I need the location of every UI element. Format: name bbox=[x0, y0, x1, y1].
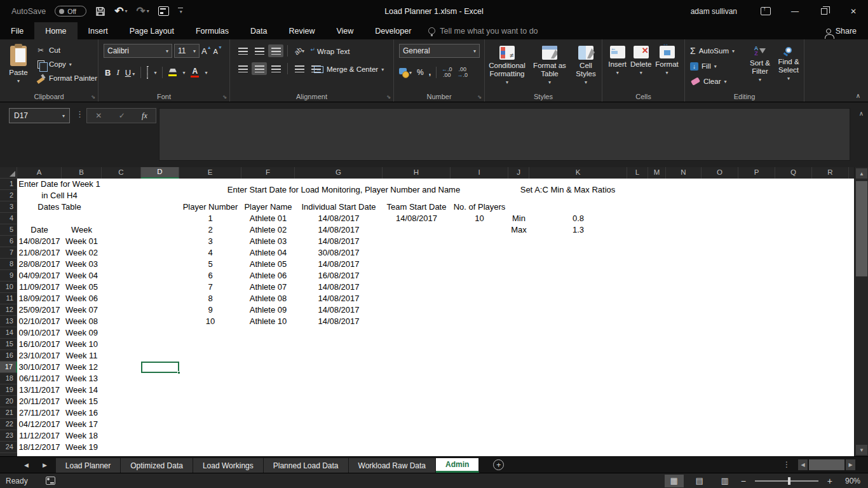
cell-B23[interactable]: Week 18 bbox=[62, 430, 102, 442]
customize-quick-access-toolbar-button[interactable]: ▾ bbox=[178, 8, 183, 15]
cell-I3[interactable]: No. of Players bbox=[451, 201, 508, 213]
cell-B22[interactable]: Week 17 bbox=[62, 419, 102, 430]
cell-B17[interactable]: Week 12 bbox=[62, 362, 102, 373]
column-header-J[interactable]: J bbox=[508, 167, 529, 179]
cell-E5[interactable]: 2 bbox=[179, 224, 241, 236]
row-header-13[interactable]: 13 bbox=[0, 316, 17, 327]
row-header-12[interactable]: 12 bbox=[0, 304, 17, 316]
underline-button[interactable]: U ▾ bbox=[125, 67, 135, 78]
ribbon-tab-data[interactable]: Data bbox=[240, 22, 278, 39]
borders-button[interactable] bbox=[147, 67, 148, 78]
ribbon-tab-review[interactable]: Review bbox=[278, 22, 325, 39]
zoom-slider-handle[interactable] bbox=[788, 477, 790, 485]
merge-center-button[interactable]: ↔ Merge & Center ▾ bbox=[314, 62, 384, 76]
cell-G8[interactable]: 14/08/2017 bbox=[295, 259, 383, 270]
cell-A3[interactable]: Dates Table bbox=[17, 201, 102, 213]
cell-F9[interactable]: Athlete 06 bbox=[241, 270, 295, 281]
row-header-17[interactable]: 17 bbox=[0, 362, 17, 373]
cell-B18[interactable]: Week 13 bbox=[62, 373, 102, 384]
accessibility-icon[interactable] bbox=[46, 477, 55, 485]
cell-B14[interactable]: Week 09 bbox=[62, 327, 102, 339]
cell-A8[interactable]: 28/08/2017 bbox=[17, 259, 62, 270]
cell-A5[interactable]: Date bbox=[17, 224, 62, 236]
cell-G7[interactable]: 30/08/2017 bbox=[295, 247, 383, 259]
bold-button[interactable]: B bbox=[105, 68, 111, 78]
cell-E7[interactable]: 4 bbox=[179, 247, 241, 259]
cell-K5[interactable]: 1.3 bbox=[529, 224, 627, 236]
font-size-select[interactable]: 11▾ bbox=[174, 44, 200, 58]
cell-A12[interactable]: 25/09/2017 bbox=[17, 304, 62, 316]
cell-E3[interactable]: Player Number bbox=[179, 201, 241, 213]
clear-button[interactable]: Clear▾ bbox=[690, 74, 735, 88]
cell-G3[interactable]: Individual Start Date bbox=[295, 201, 383, 213]
cell-B6[interactable]: Week 01 bbox=[62, 236, 102, 247]
cut-button[interactable]: ✂Cut bbox=[36, 43, 97, 57]
cell-E11[interactable]: 8 bbox=[179, 293, 241, 304]
sort-filter-button[interactable]: AZ Sort & Filter▾ bbox=[746, 43, 774, 84]
cell-A16[interactable]: 23/10/2017 bbox=[17, 350, 62, 362]
cell-F12[interactable]: Athlete 09 bbox=[241, 304, 295, 316]
copy-button[interactable]: Copy▾ bbox=[36, 57, 97, 71]
cell-A17[interactable]: 30/10/2017 bbox=[17, 362, 62, 373]
cell-A13[interactable]: 02/10/2017 bbox=[17, 316, 62, 327]
decrease-indent-button[interactable] bbox=[292, 62, 307, 75]
normal-view-button[interactable]: ▦ bbox=[665, 475, 684, 487]
cell-F11[interactable]: Athlete 08 bbox=[241, 293, 295, 304]
new-sheet-button[interactable]: + bbox=[493, 459, 504, 470]
column-header-A[interactable]: A bbox=[17, 167, 62, 179]
row-header-9[interactable]: 9 bbox=[0, 270, 17, 281]
align-center-button[interactable] bbox=[252, 62, 267, 75]
cell-F6[interactable]: Athlete 03 bbox=[241, 236, 295, 247]
row-header-18[interactable]: 18 bbox=[0, 373, 17, 384]
row-header-6[interactable]: 6 bbox=[0, 236, 17, 247]
row-header-11[interactable]: 11 bbox=[0, 293, 17, 304]
sheet-tab-planned-load-data[interactable]: Planned Load Data bbox=[264, 458, 349, 473]
orientation-button[interactable]: ab▾ bbox=[292, 44, 307, 57]
cell-A14[interactable]: 09/10/2017 bbox=[17, 327, 62, 339]
align-bottom-button[interactable] bbox=[268, 44, 283, 57]
cell-G5[interactable]: 14/08/2017 bbox=[295, 224, 383, 236]
zoom-slider[interactable] bbox=[755, 480, 818, 482]
formula-bar-options-icon[interactable]: ⋮ bbox=[76, 109, 84, 119]
sheet-tab-optimized-data[interactable]: Optimized Data bbox=[121, 458, 193, 473]
column-header-K[interactable]: K bbox=[529, 167, 627, 179]
cell-G13[interactable]: 14/08/2017 bbox=[295, 316, 383, 327]
cell-B13[interactable]: Week 08 bbox=[62, 316, 102, 327]
row-header-2[interactable]: 2 bbox=[0, 190, 17, 201]
dialog-launcher-icon[interactable]: ⇘ bbox=[477, 94, 482, 100]
row-header-4[interactable]: 4 bbox=[0, 213, 17, 224]
percent-style-button[interactable]: % bbox=[417, 68, 424, 77]
accounting-format-button[interactable]: ▾ bbox=[399, 68, 412, 77]
redo-button[interactable]: ↷▾ bbox=[136, 6, 149, 17]
cell-B21[interactable]: Week 16 bbox=[62, 407, 102, 419]
name-box[interactable]: D17▾ bbox=[9, 108, 70, 123]
column-header-B[interactable]: B bbox=[62, 167, 102, 179]
cell-B16[interactable]: Week 11 bbox=[62, 350, 102, 362]
cell-G4[interactable]: 14/08/2017 bbox=[295, 213, 383, 224]
align-left-button[interactable] bbox=[235, 62, 250, 75]
cell-G9[interactable]: 16/08/2017 bbox=[295, 270, 383, 281]
ribbon-display-options-button[interactable] bbox=[751, 0, 780, 22]
font-color-button[interactable]: A bbox=[191, 68, 199, 78]
cell-F13[interactable]: Athlete 10 bbox=[241, 316, 295, 327]
cell-A22[interactable]: 04/12/2017 bbox=[17, 419, 62, 430]
column-header-M[interactable]: M bbox=[648, 167, 666, 179]
cell-A11[interactable]: 18/09/2017 bbox=[17, 293, 62, 304]
cell-B11[interactable]: Week 06 bbox=[62, 293, 102, 304]
scroll-up-button[interactable]: ▲ bbox=[856, 168, 867, 179]
column-header-H[interactable]: H bbox=[383, 167, 451, 179]
cell-A20[interactable]: 20/11/2017 bbox=[17, 396, 62, 407]
row-header-15[interactable]: 15 bbox=[0, 339, 17, 350]
cell-A9[interactable]: 04/09/2017 bbox=[17, 270, 62, 281]
cell-B12[interactable]: Week 07 bbox=[62, 304, 102, 316]
cell-A24[interactable]: 18/12/2017 bbox=[17, 442, 62, 453]
ribbon-tab-insert[interactable]: Insert bbox=[78, 22, 119, 39]
zoom-in-button[interactable]: + bbox=[827, 476, 832, 486]
cell-A19[interactable]: 13/11/2017 bbox=[17, 384, 62, 396]
cell-F5[interactable]: Athlete 02 bbox=[241, 224, 295, 236]
selected-cell-D17[interactable] bbox=[141, 362, 179, 373]
row-header-10[interactable]: 10 bbox=[0, 281, 17, 293]
zoom-level[interactable]: 90% bbox=[839, 477, 860, 485]
cell-E13[interactable]: 10 bbox=[179, 316, 241, 327]
page-break-view-button[interactable]: ▥ bbox=[715, 475, 735, 487]
